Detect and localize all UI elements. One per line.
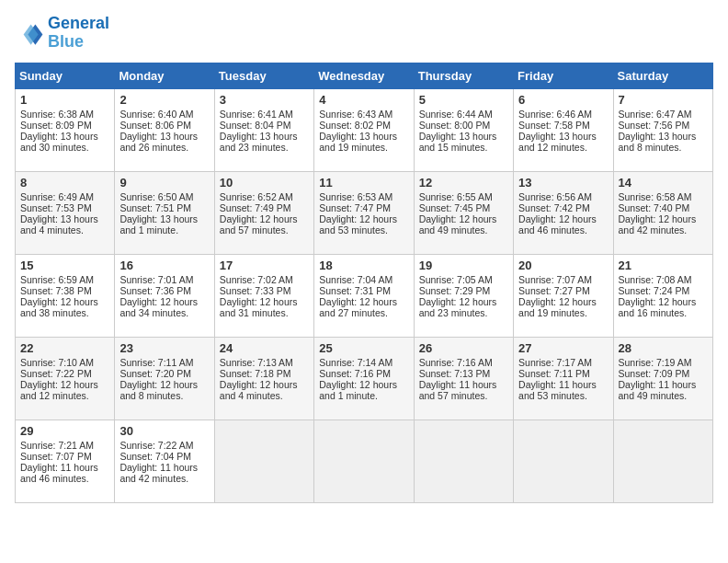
- day-cell: 22Sunrise: 7:10 AMSunset: 7:22 PMDayligh…: [16, 337, 115, 419]
- logo-icon: [15, 18, 44, 48]
- day-cell: 3Sunrise: 6:41 AMSunset: 8:04 PMDaylight…: [214, 88, 313, 171]
- day-number: 18: [319, 259, 408, 272]
- day-cell: [314, 419, 414, 502]
- day-cell: [613, 419, 712, 502]
- day-number: 8: [20, 176, 109, 190]
- week-row-5: 29Sunrise: 7:21 AMSunset: 7:07 PMDayligh…: [16, 419, 713, 502]
- day-info: Sunrise: 6:55 AMSunset: 7:45 PMDaylight:…: [419, 191, 497, 236]
- day-info: Sunrise: 7:07 AMSunset: 7:27 PMDaylight:…: [518, 274, 597, 318]
- day-info: Sunrise: 7:05 AMSunset: 7:29 PMDaylight:…: [419, 274, 497, 318]
- day-info: Sunrise: 7:08 AMSunset: 7:24 PMDaylight:…: [619, 274, 697, 318]
- day-cell: 10Sunrise: 6:52 AMSunset: 7:49 PMDayligh…: [214, 171, 313, 254]
- day-number: 2: [119, 93, 209, 107]
- day-number: 24: [220, 341, 309, 355]
- day-number: 26: [419, 341, 508, 355]
- day-number: 21: [619, 259, 708, 272]
- day-number: 29: [20, 424, 109, 438]
- day-info: Sunrise: 7:22 AMSunset: 7:04 PMDaylight:…: [119, 440, 198, 484]
- day-cell: [514, 419, 613, 502]
- day-number: 20: [518, 259, 608, 272]
- day-info: Sunrise: 7:02 AMSunset: 7:33 PMDaylight:…: [220, 274, 298, 318]
- day-number: 5: [419, 93, 508, 107]
- day-number: 10: [220, 176, 309, 190]
- day-info: Sunrise: 7:10 AMSunset: 7:22 PMDaylight:…: [20, 357, 98, 401]
- day-number: 16: [119, 259, 209, 272]
- day-cell: 9Sunrise: 6:50 AMSunset: 7:51 PMDaylight…: [115, 171, 214, 254]
- col-header-thursday: Thursday: [414, 63, 513, 88]
- day-cell: 23Sunrise: 7:11 AMSunset: 7:20 PMDayligh…: [115, 337, 214, 419]
- day-cell: 16Sunrise: 7:01 AMSunset: 7:36 PMDayligh…: [115, 254, 214, 337]
- day-cell: 1Sunrise: 6:38 AMSunset: 8:09 PMDaylight…: [16, 88, 115, 171]
- header-row: SundayMondayTuesdayWednesdayThursdayFrid…: [16, 63, 713, 88]
- day-number: 11: [319, 176, 408, 190]
- day-number: 3: [220, 93, 309, 107]
- day-info: Sunrise: 7:16 AMSunset: 7:13 PMDaylight:…: [419, 357, 497, 401]
- day-info: Sunrise: 7:19 AMSunset: 7:09 PMDaylight:…: [619, 357, 697, 401]
- col-header-saturday: Saturday: [613, 63, 712, 88]
- week-row-4: 22Sunrise: 7:10 AMSunset: 7:22 PMDayligh…: [16, 337, 713, 419]
- week-row-1: 1Sunrise: 6:38 AMSunset: 8:09 PMDaylight…: [16, 88, 713, 171]
- day-cell: 27Sunrise: 7:17 AMSunset: 7:11 PMDayligh…: [514, 337, 613, 419]
- day-cell: 11Sunrise: 6:53 AMSunset: 7:47 PMDayligh…: [314, 171, 414, 254]
- day-info: Sunrise: 6:59 AMSunset: 7:38 PMDaylight:…: [20, 274, 98, 318]
- day-info: Sunrise: 6:43 AMSunset: 8:02 PMDaylight:…: [319, 109, 397, 153]
- day-cell: 14Sunrise: 6:58 AMSunset: 7:40 PMDayligh…: [613, 171, 712, 254]
- day-info: Sunrise: 6:56 AMSunset: 7:42 PMDaylight:…: [518, 191, 597, 236]
- day-number: 1: [20, 93, 109, 107]
- day-info: Sunrise: 6:40 AMSunset: 8:06 PMDaylight:…: [119, 109, 198, 153]
- day-info: Sunrise: 7:11 AMSunset: 7:20 PMDaylight:…: [119, 357, 198, 401]
- day-info: Sunrise: 6:47 AMSunset: 7:56 PMDaylight:…: [619, 109, 697, 153]
- day-info: Sunrise: 6:44 AMSunset: 8:00 PMDaylight:…: [419, 109, 497, 153]
- day-info: Sunrise: 6:38 AMSunset: 8:09 PMDaylight:…: [20, 109, 98, 153]
- day-info: Sunrise: 6:58 AMSunset: 7:40 PMDaylight:…: [619, 191, 697, 236]
- calendar-table: SundayMondayTuesdayWednesdayThursdayFrid…: [15, 63, 713, 503]
- day-info: Sunrise: 6:50 AMSunset: 7:51 PMDaylight:…: [119, 191, 198, 236]
- day-number: 13: [518, 176, 608, 190]
- day-info: Sunrise: 7:01 AMSunset: 7:36 PMDaylight:…: [119, 274, 198, 318]
- day-number: 9: [119, 176, 209, 190]
- logo: General Blue: [15, 15, 109, 52]
- day-info: Sunrise: 6:41 AMSunset: 8:04 PMDaylight:…: [220, 109, 298, 153]
- day-info: Sunrise: 7:14 AMSunset: 7:16 PMDaylight:…: [319, 357, 397, 401]
- day-number: 19: [419, 259, 508, 272]
- day-cell: 13Sunrise: 6:56 AMSunset: 7:42 PMDayligh…: [514, 171, 613, 254]
- day-cell: 28Sunrise: 7:19 AMSunset: 7:09 PMDayligh…: [613, 337, 712, 419]
- week-row-2: 8Sunrise: 6:49 AMSunset: 7:53 PMDaylight…: [16, 171, 713, 254]
- day-cell: 5Sunrise: 6:44 AMSunset: 8:00 PMDaylight…: [414, 88, 513, 171]
- day-number: 28: [619, 341, 708, 355]
- page-header: General Blue: [15, 15, 713, 52]
- day-cell: 2Sunrise: 6:40 AMSunset: 8:06 PMDaylight…: [115, 88, 214, 171]
- day-info: Sunrise: 6:49 AMSunset: 7:53 PMDaylight:…: [20, 191, 98, 236]
- col-header-sunday: Sunday: [16, 63, 115, 88]
- day-number: 22: [20, 341, 109, 355]
- day-cell: 21Sunrise: 7:08 AMSunset: 7:24 PMDayligh…: [613, 254, 712, 337]
- day-number: 14: [619, 176, 708, 190]
- day-number: 12: [419, 176, 508, 190]
- day-cell: 18Sunrise: 7:04 AMSunset: 7:31 PMDayligh…: [314, 254, 414, 337]
- day-number: 17: [220, 259, 309, 272]
- day-cell: 25Sunrise: 7:14 AMSunset: 7:16 PMDayligh…: [314, 337, 414, 419]
- day-cell: 26Sunrise: 7:16 AMSunset: 7:13 PMDayligh…: [414, 337, 513, 419]
- day-number: 25: [319, 341, 408, 355]
- day-number: 4: [319, 93, 408, 107]
- col-header-monday: Monday: [115, 63, 214, 88]
- day-info: Sunrise: 7:17 AMSunset: 7:11 PMDaylight:…: [518, 357, 597, 401]
- day-cell: 15Sunrise: 6:59 AMSunset: 7:38 PMDayligh…: [16, 254, 115, 337]
- day-info: Sunrise: 7:04 AMSunset: 7:31 PMDaylight:…: [319, 274, 397, 318]
- col-header-friday: Friday: [514, 63, 613, 88]
- day-cell: 29Sunrise: 7:21 AMSunset: 7:07 PMDayligh…: [16, 419, 115, 502]
- day-info: Sunrise: 6:52 AMSunset: 7:49 PMDaylight:…: [220, 191, 298, 236]
- day-cell: 19Sunrise: 7:05 AMSunset: 7:29 PMDayligh…: [414, 254, 513, 337]
- day-info: Sunrise: 6:46 AMSunset: 7:58 PMDaylight:…: [518, 109, 597, 153]
- day-cell: 6Sunrise: 6:46 AMSunset: 7:58 PMDaylight…: [514, 88, 613, 171]
- week-row-3: 15Sunrise: 6:59 AMSunset: 7:38 PMDayligh…: [16, 254, 713, 337]
- col-header-tuesday: Tuesday: [214, 63, 313, 88]
- day-cell: 4Sunrise: 6:43 AMSunset: 8:02 PMDaylight…: [314, 88, 414, 171]
- day-cell: 12Sunrise: 6:55 AMSunset: 7:45 PMDayligh…: [414, 171, 513, 254]
- day-cell: 24Sunrise: 7:13 AMSunset: 7:18 PMDayligh…: [214, 337, 313, 419]
- day-cell: [414, 419, 513, 502]
- day-number: 6: [518, 93, 608, 107]
- day-cell: 7Sunrise: 6:47 AMSunset: 7:56 PMDaylight…: [613, 88, 712, 171]
- day-number: 15: [20, 259, 109, 272]
- day-number: 7: [619, 93, 708, 107]
